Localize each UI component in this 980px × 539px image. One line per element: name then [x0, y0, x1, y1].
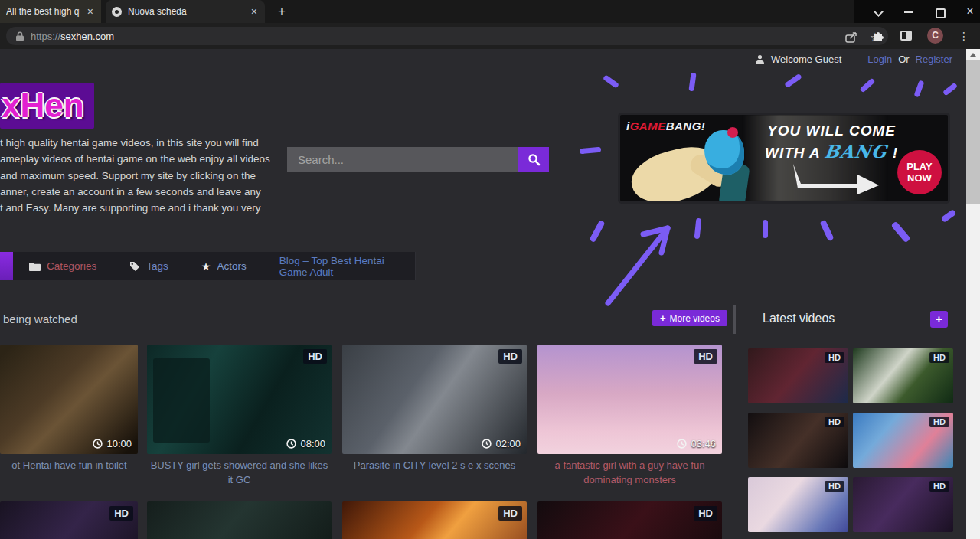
- nav-item-home[interactable]: [0, 252, 13, 280]
- video-thumbnail[interactable]: HD: [0, 501, 138, 539]
- account-bar: Welcome Guest Login Or Register: [755, 54, 952, 65]
- search-icon: [528, 153, 541, 166]
- doodle-dash: [688, 73, 696, 92]
- video-title[interactable]: ot Hentai have fun in toilet: [0, 458, 162, 472]
- search-button[interactable]: [518, 147, 549, 172]
- or-text: Or: [898, 54, 909, 65]
- nav-item-actors[interactable]: ★ Actors: [185, 252, 263, 280]
- doodle-dash: [694, 218, 702, 240]
- register-link[interactable]: Register: [916, 54, 952, 65]
- duration-badge: 02:00: [482, 438, 521, 449]
- ad-banner[interactable]: iGAMEBANG! YOU WILL COME WITH A BANG ! P…: [620, 115, 948, 201]
- url-bar: https://sexhen.com ☆ C ⋮: [0, 23, 980, 49]
- latest-video-thumbnail[interactable]: HD: [853, 477, 953, 532]
- folder-icon: [29, 262, 41, 271]
- video-title[interactable]: BUSTY girl gets showered and she likes i…: [147, 458, 332, 487]
- tab-strip: All the best high qualit × Nuova scheda …: [0, 0, 980, 23]
- nav-item-tags[interactable]: Tags: [113, 252, 185, 280]
- new-tab-button[interactable]: +: [273, 2, 291, 21]
- doodle-dash: [859, 78, 875, 93]
- doodle-dash: [890, 221, 910, 243]
- plus-icon: +: [660, 312, 666, 324]
- menu-kebab-icon[interactable]: ⋮: [959, 30, 969, 42]
- duration-badge: 03:46: [677, 438, 716, 449]
- page-scrollbar[interactable]: [966, 49, 980, 539]
- latest-videos-add-button[interactable]: +: [930, 311, 948, 328]
- duration-badge: 10:00: [93, 438, 132, 449]
- site-logo[interactable]: xHen: [0, 83, 94, 129]
- share-icon[interactable]: [845, 31, 858, 43]
- chevron-down-icon[interactable]: [873, 6, 884, 17]
- video-thumbnail[interactable]: HD 03:46: [537, 345, 722, 454]
- extensions-puzzle-icon[interactable]: [872, 29, 885, 42]
- tab-close-icon[interactable]: ×: [250, 5, 259, 18]
- hd-badge: HD: [825, 352, 844, 363]
- video-title[interactable]: Parasite in CITY level 2 s e x scenes: [342, 458, 527, 472]
- tag-icon: [129, 261, 140, 271]
- search-box: [287, 147, 549, 172]
- duration-badge: 08:00: [286, 438, 325, 449]
- play-now-button[interactable]: PLAY NOW: [897, 150, 942, 194]
- video-thumbnail[interactable]: 10:00: [0, 345, 138, 454]
- search-input[interactable]: [287, 147, 518, 172]
- sidebar-panel-icon[interactable]: [900, 31, 912, 41]
- login-link[interactable]: Login: [867, 54, 892, 65]
- more-videos-button[interactable]: + More videos: [652, 310, 727, 326]
- latest-video-thumbnail[interactable]: HD: [748, 348, 848, 403]
- video-thumbnail[interactable]: HD 08:00: [147, 345, 332, 454]
- hd-badge: HD: [109, 506, 133, 521]
- hd-badge: HD: [825, 481, 844, 492]
- tab-close-icon[interactable]: ×: [86, 5, 95, 18]
- being-watched-heading: being watched: [3, 312, 77, 325]
- ad-character-illustration: [631, 133, 753, 201]
- star-icon: ★: [201, 260, 211, 273]
- scrollbar-thumb[interactable]: [966, 60, 980, 204]
- browser-window: All the best high qualit × Nuova scheda …: [0, 0, 980, 539]
- browser-tab-2[interactable]: Nuova scheda ×: [106, 0, 265, 23]
- doodle-dash: [580, 147, 602, 154]
- tab-favicon-icon: [112, 7, 122, 17]
- profile-avatar[interactable]: C: [927, 28, 943, 44]
- hd-badge: HD: [303, 349, 327, 364]
- hd-badge: HD: [694, 506, 717, 521]
- latest-video-thumbnail[interactable]: HD: [853, 348, 953, 403]
- window-controls: ×: [873, 0, 975, 23]
- latest-video-thumbnail[interactable]: HD: [853, 413, 953, 468]
- browser-tab-1[interactable]: All the best high qualit ×: [0, 0, 101, 23]
- page-content: Welcome Guest Login Or Register xHen t h…: [0, 49, 980, 539]
- restore-icon[interactable]: [934, 6, 945, 17]
- latest-video-thumbnail[interactable]: HD: [748, 413, 848, 468]
- hd-badge: HD: [825, 416, 844, 427]
- tab-title: Nuova scheda: [128, 6, 243, 17]
- tab-title: All the best high qualit: [6, 6, 80, 17]
- latest-videos-heading: Latest videos: [763, 312, 835, 325]
- doodle-dash: [913, 80, 924, 97]
- ad-logo: iGAMEBANG!: [626, 119, 705, 132]
- close-icon[interactable]: ×: [965, 6, 975, 17]
- hd-badge: HD: [498, 349, 522, 364]
- video-thumbnail[interactable]: HD: [537, 501, 722, 539]
- video-thumbnail[interactable]: HD: [342, 501, 527, 539]
- hd-badge: HD: [929, 416, 949, 427]
- clock-icon: [677, 439, 687, 449]
- minimize-icon[interactable]: [903, 6, 914, 17]
- video-thumbnail[interactable]: HD 02:00: [342, 345, 527, 454]
- video-title[interactable]: a fantastic girl with a guy have fun dom…: [537, 458, 722, 487]
- scrollbar-up-arrow[interactable]: [966, 49, 980, 60]
- nav-item-blog[interactable]: Blog – Top Best Hentai Game Adult: [263, 252, 416, 280]
- doodle-arrow-icon: [597, 216, 681, 306]
- clock-icon: [482, 439, 492, 449]
- omnibox[interactable]: https://sexhen.com ☆: [6, 27, 888, 45]
- url-text[interactable]: https://sexhen.com: [31, 31, 114, 42]
- video-thumbnail[interactable]: [147, 501, 332, 539]
- person-icon: [755, 54, 765, 64]
- doodle-dash: [819, 220, 834, 242]
- nav-item-categories[interactable]: Categories: [13, 252, 113, 280]
- ad-arrow-icon: [790, 161, 884, 196]
- latest-video-thumbnail[interactable]: HD: [748, 477, 848, 532]
- hd-badge: HD: [929, 352, 949, 363]
- site-description: t high quality hentai game videos, in th…: [0, 135, 291, 216]
- clock-icon: [286, 439, 296, 449]
- hd-badge: HD: [498, 506, 522, 521]
- hd-badge: HD: [929, 481, 949, 492]
